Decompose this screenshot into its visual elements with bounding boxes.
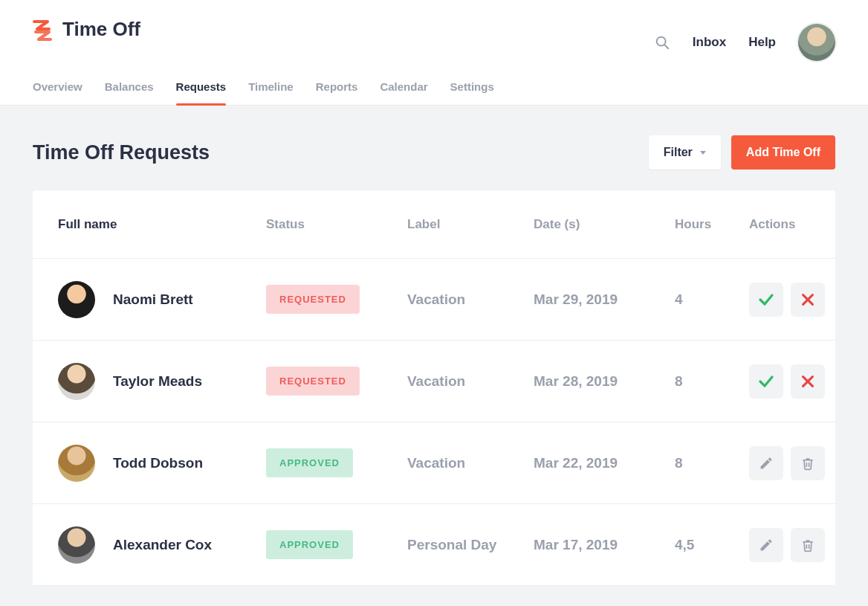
tab-balances[interactable]: Balances — [105, 80, 154, 105]
close-icon — [800, 291, 816, 308]
trash-icon — [800, 455, 815, 471]
status-cell: REQUESTED — [266, 367, 407, 396]
user-avatar — [58, 445, 95, 482]
actions-cell — [749, 283, 835, 317]
table-row: Naomi BrettREQUESTEDVacationMar 29, 2019… — [33, 259, 835, 341]
name-cell: Naomi Brett — [58, 281, 266, 318]
label-cell: Vacation — [407, 291, 534, 308]
date-cell: Mar 29, 2019 — [534, 291, 675, 308]
table-row: Taylor MeadsREQUESTEDVacationMar 28, 201… — [33, 341, 835, 422]
add-time-off-label: Add Time Off — [746, 146, 820, 159]
full-name: Todd Dobson — [113, 455, 203, 471]
filter-button[interactable]: Filter — [649, 135, 721, 170]
date-cell: Mar 28, 2019 — [534, 373, 675, 390]
status-badge: REQUESTED — [266, 285, 360, 314]
actions-cell — [749, 364, 835, 399]
table-row: Todd DobsonAPPROVEDVacationMar 22, 20198 — [33, 422, 835, 504]
status-badge: APPROVED — [266, 448, 353, 477]
status-cell: APPROVED — [266, 448, 407, 477]
svg-line-1 — [664, 45, 668, 48]
actions-cell — [749, 446, 835, 480]
avatar[interactable] — [798, 24, 835, 61]
tab-timeline[interactable]: Timeline — [248, 80, 294, 105]
reject-button[interactable] — [791, 283, 825, 317]
add-time-off-button[interactable]: Add Time Off — [731, 135, 835, 170]
status-badge: APPROVED — [266, 530, 353, 559]
col-dates: Date (s) — [534, 217, 675, 232]
help-link[interactable]: Help — [748, 35, 776, 50]
approve-button[interactable] — [749, 283, 783, 317]
chevron-down-icon — [700, 151, 706, 155]
user-avatar — [58, 526, 95, 564]
search-icon[interactable] — [654, 34, 670, 51]
status-badge: REQUESTED — [266, 367, 360, 396]
name-cell: Taylor Meads — [58, 363, 266, 400]
status-cell: APPROVED — [266, 530, 407, 559]
tab-overview[interactable]: Overview — [33, 80, 82, 105]
table-header: Full name Status Label Date (s) Hours Ac… — [33, 190, 835, 259]
brand: Time Off — [33, 18, 140, 41]
pencil-icon — [759, 538, 774, 552]
edit-button[interactable] — [749, 446, 783, 480]
status-cell: REQUESTED — [266, 285, 407, 314]
page-title: Time Off Requests — [33, 141, 210, 164]
tab-reports[interactable]: Reports — [316, 80, 358, 105]
user-avatar — [58, 363, 95, 400]
edit-button[interactable] — [749, 528, 783, 562]
trash-icon — [800, 537, 815, 553]
delete-button[interactable] — [791, 446, 825, 480]
logo-icon — [33, 19, 52, 41]
reject-button[interactable] — [791, 364, 825, 399]
tab-requests[interactable]: Requests — [176, 80, 227, 105]
actions-cell — [749, 528, 835, 562]
name-cell: Todd Dobson — [58, 445, 266, 482]
col-hours: Hours — [675, 217, 749, 232]
tab-calendar[interactable]: Calendar — [380, 80, 427, 105]
col-status: Status — [266, 217, 407, 232]
inbox-link[interactable]: Inbox — [693, 35, 726, 50]
approve-button[interactable] — [749, 364, 783, 399]
page-body: Time Off Requests Filter Add Time Off Fu… — [0, 106, 868, 606]
top-bar: Time Off Inbox Help — [0, 0, 868, 61]
delete-button[interactable] — [791, 528, 825, 562]
check-icon — [757, 373, 775, 390]
top-right: Inbox Help — [654, 18, 835, 61]
page-header: Time Off Requests Filter Add Time Off — [33, 135, 835, 170]
table-row: Alexander CoxAPPROVEDPersonal DayMar 17,… — [33, 504, 835, 586]
filter-button-label: Filter — [664, 146, 693, 159]
tab-settings[interactable]: Settings — [450, 80, 494, 105]
hours-cell: 4,5 — [675, 537, 749, 553]
full-name: Taylor Meads — [113, 373, 202, 390]
label-cell: Vacation — [407, 373, 534, 390]
tabs: OverviewBalancesRequestsTimelineReportsC… — [0, 61, 868, 106]
close-icon — [800, 373, 816, 390]
requests-table: Full name Status Label Date (s) Hours Ac… — [33, 190, 835, 586]
label-cell: Personal Day — [407, 537, 534, 553]
col-actions: Actions — [749, 217, 835, 232]
date-cell: Mar 17, 2019 — [534, 537, 675, 553]
date-cell: Mar 22, 2019 — [534, 455, 675, 471]
pencil-icon — [759, 456, 774, 471]
header-actions: Filter Add Time Off — [649, 135, 835, 170]
check-icon — [757, 291, 775, 309]
user-avatar — [58, 281, 95, 318]
hours-cell: 4 — [675, 291, 749, 308]
app-title: Time Off — [62, 18, 140, 41]
full-name: Naomi Brett — [113, 291, 193, 308]
col-label: Label — [407, 217, 534, 232]
col-fullname: Full name — [58, 217, 266, 232]
label-cell: Vacation — [407, 455, 534, 471]
full-name: Alexander Cox — [113, 537, 212, 553]
hours-cell: 8 — [675, 455, 749, 471]
hours-cell: 8 — [675, 373, 749, 390]
name-cell: Alexander Cox — [58, 526, 266, 564]
